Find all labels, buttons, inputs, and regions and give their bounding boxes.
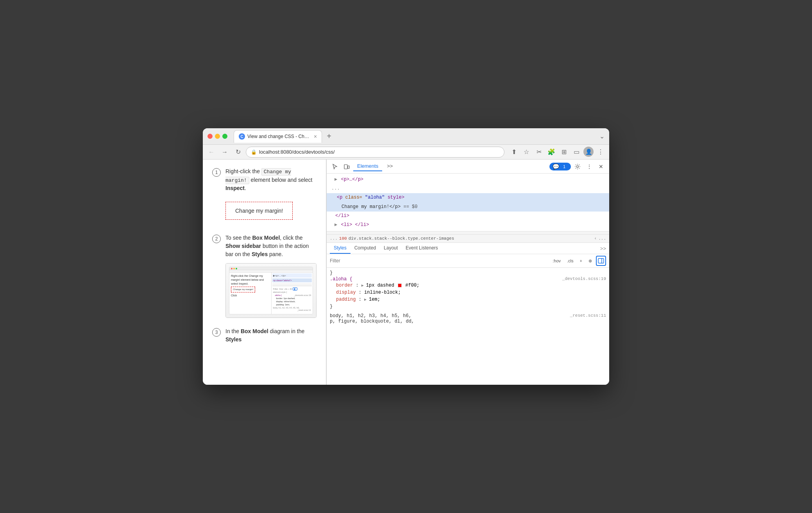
- title-bar: C View and change CSS - Chrom… × + ⌄: [203, 128, 609, 145]
- bookmark-button[interactable]: ☆: [521, 147, 532, 158]
- reset-selector-line-2: p, figure, blockquote, dl, dd,: [330, 319, 606, 324]
- tree-line-li-close[interactable]: </li>: [327, 212, 609, 221]
- toolbar: ← → ↻ 🔒 localhost:8080/docs/devtools/css…: [203, 145, 609, 160]
- h-scrollbar[interactable]: [327, 231, 609, 235]
- breadcrumb-ellipsis-right: ...: [598, 236, 606, 241]
- hov-button[interactable]: :hov: [550, 257, 563, 264]
- css-rules: } .aloha { _devtools.scss:19 border : ▶ …: [327, 268, 609, 385]
- chevron-icon: ⌄: [599, 133, 605, 140]
- change-margin-container: Change my margin!: [225, 197, 317, 224]
- tree-line-dots[interactable]: ...: [327, 184, 609, 193]
- add-style-button[interactable]: ⊕: [586, 257, 594, 265]
- tree-line-li[interactable]: ▶ <li> </li>: [327, 221, 609, 230]
- lock-icon: 🔒: [251, 149, 257, 155]
- css-property-display: display : inline-block;: [330, 289, 606, 296]
- aloha-rule: .aloha { _devtools.scss:19 border : ▶ 1p…: [330, 276, 606, 310]
- device-icon-button[interactable]: [342, 161, 352, 172]
- close-devtools-button[interactable]: ✕: [596, 161, 606, 172]
- refresh-button[interactable]: ↻: [233, 147, 243, 158]
- devtools-top-actions: 💬 1 ⋮ ✕: [549, 161, 606, 172]
- extensions-button[interactable]: 🧩: [546, 147, 557, 158]
- devtools-button[interactable]: ⊞: [558, 147, 569, 158]
- tab-close-button[interactable]: ×: [314, 133, 317, 140]
- sidebar-browser-button[interactable]: ▭: [571, 147, 582, 158]
- css-property-border: border : ▶ 1px dashed #f00;: [330, 282, 606, 289]
- svg-rect-1: [348, 166, 349, 169]
- forward-button[interactable]: →: [219, 147, 230, 158]
- minimize-button[interactable]: [215, 134, 220, 139]
- profile-avatar[interactable]: 👤: [583, 147, 594, 157]
- inline-code: Change my margin!: [225, 168, 291, 184]
- tab-computed[interactable]: Computed: [351, 243, 380, 254]
- step-2-content: To see the Box Model, click the Show sid…: [225, 234, 317, 318]
- step-1-text: Right-click the Change my margin! elemen…: [225, 167, 317, 192]
- tree-line-p[interactable]: ▶ <p>…</p>: [327, 175, 609, 184]
- tab-bar: C View and change CSS - Chrom… × +: [234, 130, 596, 143]
- new-tab-button[interactable]: +: [324, 132, 334, 141]
- traffic-lights: [207, 134, 227, 139]
- elements-tree: ▶ <p>…</p> ... <p class= "aloha" style>: [327, 174, 609, 231]
- devtools-tabs-top: Elements >>: [353, 161, 548, 171]
- devtools-top-bar: Elements >> 💬 1 ⋮ ✕: [327, 160, 609, 174]
- change-margin-box: Change my margin!: [225, 202, 293, 220]
- step-1-bold: Inspect: [225, 185, 245, 191]
- breadcrumb-more: ‹: [594, 236, 597, 241]
- address-text: localhost:8080/docs/devtools/css/: [259, 149, 499, 155]
- menu-button[interactable]: ⋮: [595, 147, 606, 158]
- elements-breadcrumb: ... 100 div.stack.stack--block.type.cent…: [327, 235, 609, 243]
- reset-file-link[interactable]: _reset.scss:11: [570, 313, 606, 318]
- aloha-file-link[interactable]: _devtools.scss:19: [562, 276, 606, 281]
- device-icon: [343, 163, 350, 170]
- css-closing-brace: }: [330, 269, 606, 276]
- tab-styles[interactable]: Styles: [330, 243, 351, 254]
- tab-event-listeners[interactable]: Event Listeners: [402, 243, 442, 254]
- share-button[interactable]: ⬆: [508, 147, 519, 158]
- back-button[interactable]: ←: [206, 147, 217, 158]
- styles-tab-bar: Styles Computed Layout Event Listeners >…: [327, 243, 609, 254]
- tree-line-content[interactable]: Change my margin!</p> == $0: [327, 203, 609, 212]
- active-tab[interactable]: C View and change CSS - Chrom… ×: [234, 130, 322, 143]
- filter-actions: :hov .cls + ⊕: [550, 256, 606, 266]
- step-3-text: In the Box Model diagram in the Styles: [225, 327, 317, 344]
- cut-button[interactable]: ✂: [533, 147, 544, 158]
- tab-more-styles[interactable]: >>: [600, 246, 606, 251]
- close-button[interactable]: [207, 134, 213, 139]
- page-content: 1 Right-click the Change my margin! elem…: [203, 160, 326, 385]
- chat-icon: 💬: [553, 163, 559, 170]
- step-1: 1 Right-click the Change my margin! elem…: [212, 167, 317, 224]
- show-sidebar-button[interactable]: [596, 256, 606, 266]
- plus-button[interactable]: +: [578, 257, 585, 264]
- main-content: 1 Right-click the Change my margin! elem…: [203, 160, 609, 385]
- address-bar[interactable]: 🔒 localhost:8080/docs/devtools/css/: [246, 147, 504, 158]
- refresh-icon: ↻: [236, 148, 241, 156]
- maximize-button[interactable]: [222, 134, 227, 139]
- settings-button[interactable]: [572, 161, 583, 172]
- cls-button[interactable]: .cls: [565, 257, 576, 264]
- css-property-padding: padding : ▶ 1em;: [330, 296, 606, 303]
- forward-icon: →: [222, 149, 228, 156]
- sidebar-icon: [598, 258, 604, 264]
- step-3: 3 In the Box Model diagram in the Styles: [212, 327, 317, 344]
- tab-favicon: C: [239, 133, 245, 140]
- tree-line-aloha[interactable]: <p class= "aloha" style>: [327, 193, 609, 202]
- tab-layout[interactable]: Layout: [380, 243, 402, 254]
- filter-input[interactable]: [330, 258, 548, 264]
- styles-filter-bar: :hov .cls + ⊕: [327, 254, 609, 268]
- cursor-icon-button[interactable]: [330, 161, 340, 172]
- color-swatch-red: [398, 283, 402, 287]
- screenshot-thumbnail: Right-click the Change my margin! elemen…: [225, 263, 317, 318]
- svg-point-2: [577, 165, 579, 167]
- reset-rule: body, h1, h2, h3, h4, h5, h6, _reset.scs…: [330, 313, 606, 324]
- breadcrumb-num: 100: [339, 236, 347, 241]
- devtools-badge: 1: [561, 163, 568, 170]
- tab-elements[interactable]: Elements: [353, 161, 382, 171]
- breadcrumb-selector[interactable]: div.stack.stack--block.type.center-image…: [349, 236, 454, 241]
- tab-more[interactable]: >>: [383, 161, 397, 171]
- step-1-content: Right-click the Change my margin! elemen…: [225, 167, 317, 224]
- gear-icon: [574, 163, 581, 170]
- more-menu-button[interactable]: ⋮: [584, 161, 594, 172]
- back-icon: ←: [208, 149, 215, 156]
- aloha-selector-line: .aloha { _devtools.scss:19: [330, 276, 606, 282]
- svg-rect-0: [344, 165, 347, 169]
- step-2: 2 To see the Box Model, click the Show s…: [212, 234, 317, 318]
